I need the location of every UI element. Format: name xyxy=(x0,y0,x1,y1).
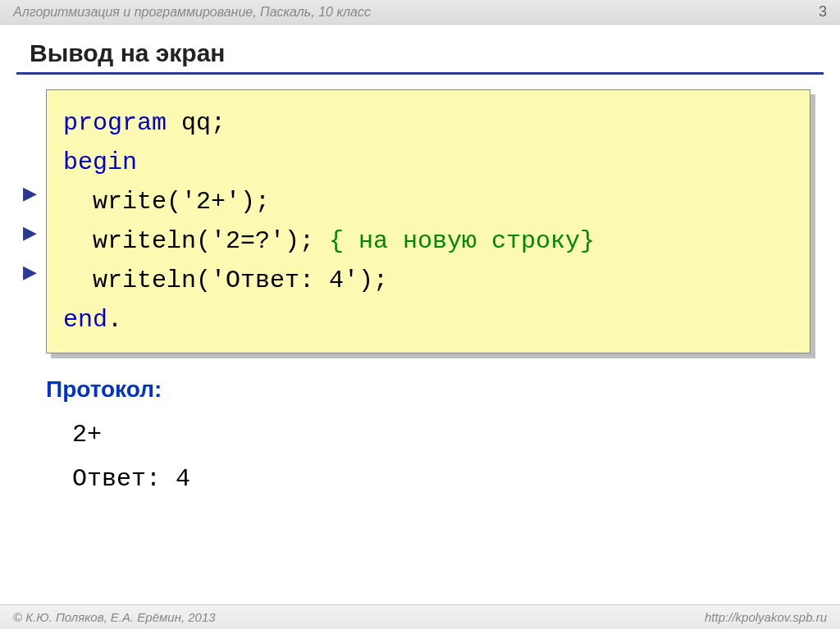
string: '2+' xyxy=(181,188,240,216)
title-underline xyxy=(16,72,824,75)
code-text: write( xyxy=(63,188,181,216)
comment: { на новую строку} xyxy=(329,227,595,255)
slide: Алгоритмизация и программирование, Паска… xyxy=(0,0,840,629)
keyword: begin xyxy=(63,148,137,176)
code-text: qq; xyxy=(167,109,226,137)
code-text: ); xyxy=(285,227,329,255)
bullet-icon: ▶ xyxy=(23,183,37,204)
code-content: program qq; begin write('2+'); writeln('… xyxy=(46,89,810,353)
keyword: end xyxy=(63,306,107,334)
slide-title: Вывод на экран xyxy=(30,39,840,67)
code-line: begin xyxy=(63,143,793,182)
protocol-line: 2+ xyxy=(72,412,840,457)
code-block: program qq; begin write('2+'); writeln('… xyxy=(46,89,810,353)
code-line: program qq; xyxy=(63,103,793,143)
code-line: end. xyxy=(63,300,793,340)
code-text: ); xyxy=(358,267,388,294)
code-line: writeln('Ответ: 4'); xyxy=(63,261,793,300)
protocol-output: 2+ Ответ: 4 xyxy=(72,412,840,501)
footer-bar: © К.Ю. Поляков, Е.А. Ерёмин, 2013 http:/… xyxy=(0,604,840,629)
string: 'Ответ: 4' xyxy=(211,267,358,294)
keyword: program xyxy=(63,109,167,137)
code-text: writeln( xyxy=(63,227,211,255)
course-label: Алгоритмизация и программирование, Паска… xyxy=(13,5,371,20)
code-text: writeln( xyxy=(63,267,211,294)
protocol-label: Протокол: xyxy=(46,376,840,403)
string: '2=?' xyxy=(211,227,285,255)
header-bar: Алгоритмизация и программирование, Паска… xyxy=(0,0,840,25)
copyright: © К.Ю. Поляков, Е.А. Ерёмин, 2013 xyxy=(13,610,216,624)
code-line: write('2+'); xyxy=(63,182,793,221)
code-text: . xyxy=(107,306,122,334)
bullet-icon: ▶ xyxy=(23,262,37,283)
code-text: ); xyxy=(240,188,270,216)
bullet-icon: ▶ xyxy=(23,222,37,244)
protocol-line: Ответ: 4 xyxy=(72,457,840,501)
page-number: 3 xyxy=(819,3,827,21)
footer-url: http://kpolyakov.spb.ru xyxy=(705,610,827,624)
code-line: writeln('2=?'); { на новую строку} xyxy=(63,221,793,261)
